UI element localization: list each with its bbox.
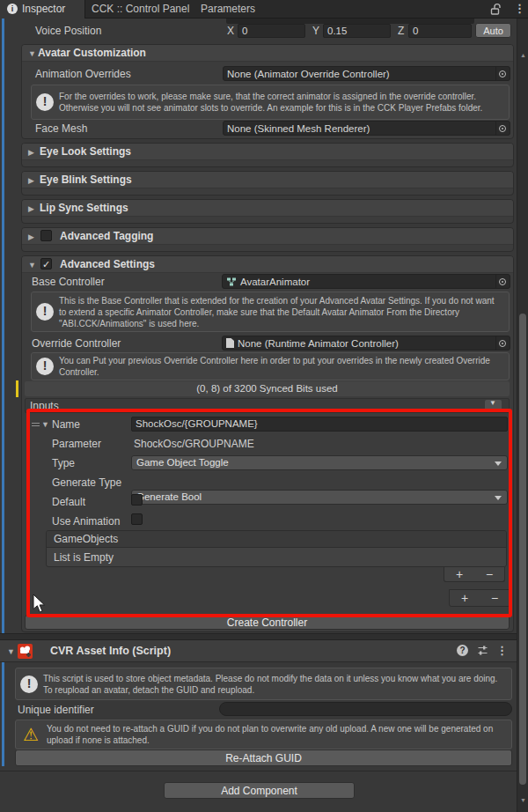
- input-name-field[interactable]: ShockOsc/{GROUPNAME}: [131, 417, 508, 432]
- foldout-open-icon: ▼: [7, 647, 15, 656]
- foldout-closed-icon: ▶: [28, 233, 34, 241]
- foldout-open-icon: ▼: [28, 261, 36, 269]
- eye-blink-header[interactable]: ▶ Eye Blink Settings: [22, 172, 513, 188]
- input-parameter-value: ShockOsc/GROUPNAME: [134, 438, 254, 450]
- animation-overrides-label: Animation Overrides: [35, 68, 131, 80]
- input-type-dropdown[interactable]: Game Object Toggle: [131, 455, 508, 470]
- scrollbar-thumb[interactable]: [519, 314, 526, 785]
- face-mesh-field[interactable]: None (Skinned Mesh Renderer): [223, 121, 510, 136]
- object-picker-icon[interactable]: [495, 275, 510, 288]
- add-component-button[interactable]: Add Component: [164, 782, 355, 799]
- advanced-tagging-section: ▶ Advanced Tagging: [21, 227, 514, 252]
- advanced-tagging-checkbox[interactable]: [40, 230, 52, 241]
- help-icon[interactable]: ?: [457, 645, 468, 656]
- eye-look-title: Eye Look Settings: [40, 145, 131, 158]
- cvr-asset-info-header[interactable]: ▼ CVR Asset Info (Script) ? ⋮: [0, 640, 517, 662]
- tab-parameters[interactable]: Parameters: [201, 3, 255, 15]
- tab-cck-control-panel[interactable]: CCK :: Control Panel: [92, 3, 189, 15]
- lip-sync-header[interactable]: ▶ Lip Sync Settings: [22, 200, 513, 217]
- voice-z-field[interactable]: 0: [408, 24, 472, 38]
- synced-bits-status: (0, 8) of 3200 Synced Bits used: [25, 381, 510, 396]
- inputs-remove-button[interactable]: −: [484, 592, 505, 604]
- lip-sync-title: Lip Sync Settings: [40, 202, 128, 214]
- face-mesh-value: None (Skinned Mesh Renderer): [224, 123, 495, 134]
- object-picker-icon[interactable]: [495, 122, 510, 135]
- advanced-settings-title: Advanced Settings: [60, 258, 155, 270]
- inputs-list-footer: + −: [449, 589, 510, 607]
- gameobjects-list-footer: + −: [444, 567, 505, 582]
- base-controller-helpbox: ! This is the Base Controller that is ex…: [31, 292, 510, 332]
- eye-blink-title: Eye Blink Settings: [40, 173, 132, 186]
- animation-overrides-value: None (Animator Override Controller): [224, 69, 495, 79]
- advanced-tagging-title: Advanced Tagging: [60, 230, 153, 242]
- mouse-cursor: [33, 594, 47, 614]
- foldout-closed-icon: ▶: [28, 148, 34, 157]
- kebab-menu-icon[interactable]: ⋮: [496, 644, 508, 657]
- create-controller-button[interactable]: Create Controller: [25, 615, 510, 630]
- script-helpbox: ! This script is used to store object me…: [15, 668, 512, 700]
- advanced-settings-checkbox[interactable]: ✓: [40, 258, 52, 269]
- object-picker-icon[interactable]: [495, 336, 510, 350]
- document-icon: [226, 338, 234, 348]
- input-parameter-label: Parameter: [52, 438, 101, 450]
- override-controller-label: Override Controller: [32, 337, 121, 350]
- warning-triangle-icon: ⚠: [20, 726, 41, 743]
- list-remove-button[interactable]: −: [479, 568, 500, 580]
- inputs-header[interactable]: Inputs ▼: [25, 398, 510, 413]
- scroll-up-icon[interactable]: ▲: [517, 52, 528, 58]
- unlock-icon[interactable]: [489, 3, 502, 16]
- script-help-text: This script is used to store object meta…: [43, 673, 506, 696]
- info-bubble-icon: !: [36, 93, 54, 111]
- foldout-closed-icon: ▶: [28, 176, 34, 185]
- voice-x-field[interactable]: 0: [238, 24, 305, 38]
- scroll-down-icon[interactable]: ▼: [517, 797, 528, 803]
- drag-handle[interactable]: [32, 423, 40, 426]
- inputs-add-button[interactable]: +: [454, 592, 475, 604]
- inputs-label: Inputs: [30, 400, 59, 412]
- advanced-tagging-header[interactable]: ▶ Advanced Tagging: [22, 228, 513, 245]
- tab-bar: i Inspector CCK :: Control Panel Paramet…: [0, 0, 528, 18]
- generate-type-dropdown[interactable]: Generate Bool: [131, 490, 508, 505]
- info-bubble-icon: !: [36, 358, 54, 375]
- default-checkbox[interactable]: [131, 494, 143, 506]
- base-controller-field[interactable]: AvatarAnimator: [222, 274, 510, 289]
- eye-look-section: ▶ Eye Look Settings: [21, 143, 514, 167]
- base-controller-label: Base Controller: [32, 276, 105, 288]
- tab-inspector-label: Inspector: [22, 3, 65, 15]
- gameobjects-list-header[interactable]: GameObjects: [47, 531, 506, 548]
- override-controller-field[interactable]: None (Runtime Animator Controller): [222, 336, 510, 351]
- unity-inspector-window: i Inspector CCK :: Control Panel Paramet…: [0, 0, 528, 812]
- list-add-button[interactable]: +: [449, 568, 470, 580]
- input-type-label: Type: [52, 457, 75, 469]
- guid-warning-helpbox: ⚠ You do not need to re-attach a GUID if…: [15, 720, 512, 749]
- avatar-customization-header[interactable]: ▼ Avatar Customization: [22, 45, 513, 62]
- advanced-settings-header[interactable]: ▼ ✓ Advanced Settings: [22, 256, 513, 273]
- use-animation-checkbox[interactable]: [131, 513, 143, 525]
- overrides-helpbox: ! For the overrides to work, please make…: [31, 85, 510, 120]
- presets-icon[interactable]: [477, 645, 488, 656]
- eye-look-header[interactable]: ▶ Eye Look Settings: [22, 144, 513, 160]
- info-bubble-icon: !: [20, 675, 38, 693]
- component-divider: [0, 633, 517, 640]
- list-empty-label: List is Empty: [54, 551, 114, 564]
- foldout-open-icon: ▼: [41, 420, 49, 429]
- voice-y-field[interactable]: 0.15: [323, 24, 391, 38]
- kebab-menu-icon[interactable]: ⋮: [514, 2, 525, 15]
- modified-indicator-bar: [16, 380, 18, 397]
- foldout-closed-icon: ▶: [28, 204, 34, 213]
- voice-z-label: Z: [398, 25, 404, 37]
- cvr-script-icon: [18, 644, 33, 659]
- face-mesh-label: Face Mesh: [35, 122, 87, 135]
- voice-auto-button[interactable]: Auto: [475, 23, 511, 38]
- reattach-guid-button[interactable]: Re-Attach GUID: [15, 749, 512, 766]
- unique-identifier-field[interactable]: [219, 702, 512, 716]
- info-icon: i: [7, 4, 18, 14]
- base-controller-value: AvatarAnimator: [237, 277, 495, 287]
- vertical-scrollbar[interactable]: ▲ ▼: [517, 18, 528, 812]
- chevron-down-icon: ▼: [489, 399, 496, 407]
- input-name-label: Name: [52, 418, 80, 431]
- animation-overrides-field[interactable]: None (Animator Override Controller): [223, 66, 510, 81]
- tab-inspector[interactable]: i Inspector: [0, 0, 85, 18]
- inputs-dropdown-button[interactable]: ▼: [485, 400, 502, 411]
- object-picker-icon[interactable]: [495, 67, 510, 80]
